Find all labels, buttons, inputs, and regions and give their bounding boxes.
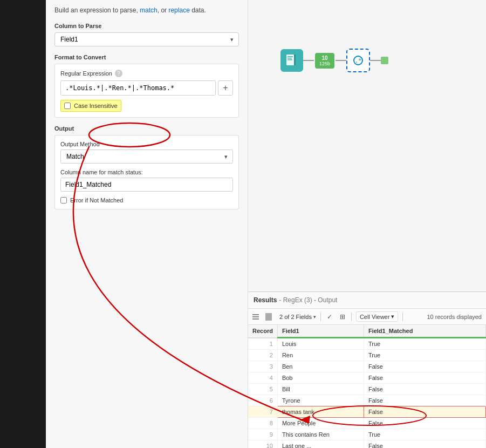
regex-label-row: Regular Expression ? <box>60 70 233 77</box>
error-row: Error if Not Matched <box>60 197 233 203</box>
cell-record: 6 <box>248 395 277 406</box>
case-insensitive-checkbox[interactable] <box>64 103 71 109</box>
output-method-wrapper: Match <box>60 150 233 164</box>
match-link[interactable]: match <box>140 6 158 14</box>
table-row: 6TyroneFalse <box>248 395 486 406</box>
cell-matched: False <box>364 361 485 372</box>
results-subtitle: - RegEx (3) - Output <box>279 296 337 304</box>
output-node[interactable] <box>381 57 388 64</box>
error-if-not-matched-label: Error if Not Matched <box>70 197 123 203</box>
cell-record: 3 <box>248 361 277 372</box>
column-name-label: Column name for match status: <box>60 169 233 175</box>
table-icon <box>265 313 272 321</box>
replace-link[interactable]: replace <box>168 6 189 14</box>
cell-record: 2 <box>248 350 277 361</box>
col-field1: Field1 <box>277 325 364 338</box>
cell-matched: False <box>364 372 485 384</box>
cell-matched: False <box>364 440 485 449</box>
col-field1-matched: Field1_Matched <box>364 325 485 338</box>
svg-text:.*: .* <box>355 58 361 64</box>
cell-matched: True <box>364 338 485 350</box>
cell-record: 5 <box>248 384 277 395</box>
cell-record: 8 <box>248 418 277 429</box>
format-section: Regular Expression ? + Case Insensitive <box>54 64 239 118</box>
cell-field1: Bob <box>277 372 364 384</box>
cell-record: 9 <box>248 429 277 440</box>
output-section: Output Method Match Column name for matc… <box>54 135 239 209</box>
toolbar-divider-1 <box>320 313 321 321</box>
table-row: 4BobFalse <box>248 372 486 384</box>
cell-matched: True <box>364 350 485 361</box>
fields-selector-text: 2 of 2 Fields <box>279 314 312 320</box>
column-to-parse-label: Column to Parse <box>54 23 239 29</box>
intro-text: Build an expression to parse, match, or … <box>54 5 239 15</box>
column-to-parse-select[interactable]: Field1 <box>54 32 239 46</box>
column-to-parse-section: Column to Parse Field1 <box>54 23 239 46</box>
data-table: Record Field1 Field1_Matched 1LouisTrue2… <box>248 325 486 448</box>
add-regex-button[interactable]: + <box>218 80 233 96</box>
cell-record: 10 <box>248 440 277 449</box>
cell-field1: Ben <box>277 361 364 372</box>
cell-field1: Tyrone <box>277 395 364 406</box>
output-method-select[interactable]: Match <box>60 150 233 164</box>
connector-1 <box>303 60 314 61</box>
cell-matched: False <box>364 418 485 429</box>
toolbar-divider-3 <box>402 313 403 321</box>
results-toolbar: 2 of 2 Fields ▾ ✓ ⊞ Cell Viewer ▾ 10 rec… <box>248 309 486 325</box>
cell-matched: False <box>364 406 485 418</box>
results-panel: Results - RegEx (3) - Output 2 of 2 Fiel… <box>248 291 486 448</box>
cell-field1: Ren <box>277 350 364 361</box>
table-row: 8More PeopleFalse <box>248 418 486 429</box>
connector-3 <box>370 60 381 61</box>
check-icon[interactable]: ✓ <box>325 313 334 321</box>
case-insensitive-label: Case Insensitive <box>74 103 118 109</box>
cell-field1: This contains Ren <box>277 429 364 440</box>
config-panel: Build an expression to parse, match, or … <box>46 0 248 448</box>
svg-rect-1 <box>288 56 293 57</box>
cell-record: 7 <box>248 406 277 418</box>
table-row: 7thomas tankFalse <box>248 406 486 418</box>
error-if-not-matched-checkbox[interactable] <box>60 197 67 203</box>
toolbar-left-icons <box>252 314 259 320</box>
book-node[interactable] <box>280 49 303 72</box>
table-wrap[interactable]: Record Field1 Field1_Matched 1LouisTrue2… <box>248 325 486 448</box>
column-name-input[interactable] <box>60 178 233 192</box>
left-sidebar <box>0 0 46 448</box>
cell-viewer-arrow: ▾ <box>391 313 394 320</box>
table-body: 1LouisTrue2RenTrue3BenFalse4BobFalse5Bil… <box>248 338 486 449</box>
workflow-container: 10 125b .* <box>280 49 388 72</box>
menu-icon-line2 <box>252 316 259 317</box>
case-insensitive-row: Case Insensitive <box>60 100 121 112</box>
regex-input[interactable] <box>60 80 216 96</box>
column-to-parse-wrapper: Field1 <box>54 32 239 46</box>
help-icon[interactable]: ? <box>115 70 122 77</box>
grid-icon[interactable]: ⊞ <box>338 313 347 321</box>
table-row: 10Last one ...False <box>248 440 486 449</box>
svg-rect-2 <box>288 58 292 59</box>
data-node-line2: 125b <box>319 61 330 66</box>
cell-matched: False <box>364 395 485 406</box>
regex-node[interactable]: .* <box>346 49 370 72</box>
data-node[interactable]: 10 125b <box>315 53 334 69</box>
main-content: Build an expression to parse, match, or … <box>46 0 486 448</box>
table-row: 3BenFalse <box>248 361 486 372</box>
col-record: Record <box>248 325 277 338</box>
svg-rect-3 <box>288 59 292 60</box>
gear-icon: .* <box>351 53 366 68</box>
menu-icon-line3 <box>252 318 259 320</box>
results-header: Results - RegEx (3) - Output <box>248 292 486 309</box>
toolbar-divider-2 <box>351 313 352 321</box>
cell-field1: Louis <box>277 338 364 350</box>
cell-viewer-button[interactable]: Cell Viewer ▾ <box>356 311 398 322</box>
regex-input-row: + <box>60 80 233 96</box>
cell-field1: thomas tank <box>277 406 364 418</box>
cell-field1: More People <box>277 418 364 429</box>
output-label: Output <box>54 125 239 132</box>
records-text: 10 records displayed <box>427 314 482 320</box>
fields-selector[interactable]: 2 of 2 Fields ▾ <box>279 314 316 320</box>
canvas-area: 10 125b .* <box>248 0 486 291</box>
cell-viewer-label: Cell Viewer <box>360 314 389 320</box>
format-to-convert-label: Format to Convert <box>54 54 239 60</box>
regex-label: Regular Expression <box>60 70 112 77</box>
data-node-line1: 10 <box>319 55 330 61</box>
